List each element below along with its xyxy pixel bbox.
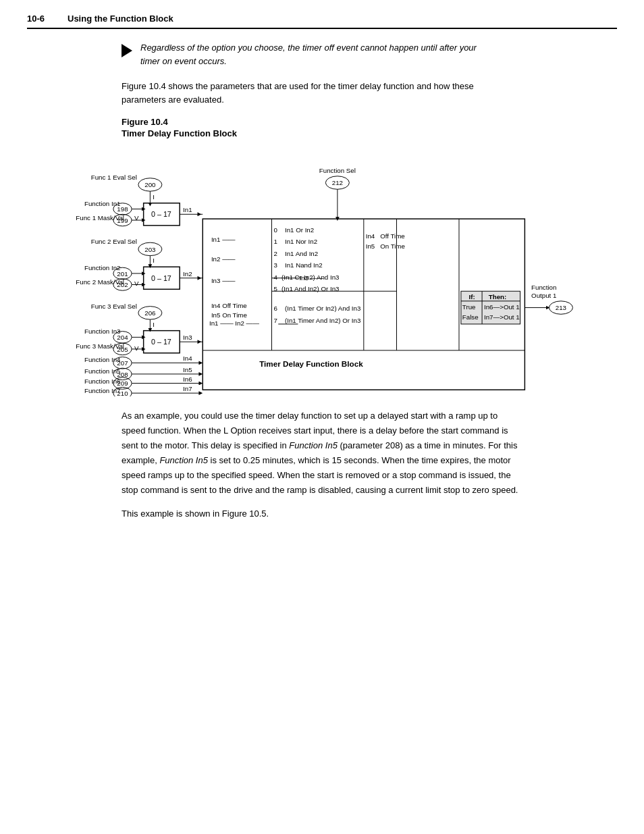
svg-text:If:: If:: [469, 293, 475, 301]
svg-text:5: 5: [273, 285, 277, 292]
svg-text:In4: In4: [183, 355, 192, 362]
page-number: 10-6: [27, 14, 68, 24]
svg-text:I: I: [153, 193, 155, 201]
svg-text:2: 2: [273, 250, 277, 257]
svg-text:Function In3: Function In3: [84, 328, 121, 336]
svg-text:In4  Off Time: In4 Off Time: [211, 302, 247, 309]
svg-text:Function In5: Function In5: [84, 367, 121, 375]
svg-text:212: 212: [332, 179, 343, 186]
svg-text:200: 200: [144, 181, 156, 188]
svg-text:(In1 And In2) Or In3: (In1 And In2) Or In3: [281, 285, 339, 292]
svg-text:3: 3: [273, 261, 277, 269]
svg-text:204: 204: [117, 334, 128, 341]
page-header: 10-6 Using the Function Block: [27, 14, 617, 29]
svg-text:Timer Delay Function Block: Timer Delay Function Block: [259, 359, 363, 368]
svg-text:203: 203: [144, 246, 155, 253]
page-title: Using the Function Block: [68, 14, 173, 24]
svg-text:Output 1: Output 1: [531, 292, 556, 299]
svg-text:209: 209: [117, 380, 128, 387]
svg-text:In2: In2: [183, 270, 192, 278]
svg-text:In5  On Time: In5 On Time: [211, 311, 247, 319]
body-text-section: As an example, you could use the timer d…: [122, 409, 520, 521]
svg-text:In7—>Out 1: In7—>Out 1: [484, 313, 520, 321]
svg-text:False: False: [462, 313, 479, 321]
svg-text:0 – 17: 0 – 17: [151, 274, 171, 282]
svg-text:In1 Or In2: In1 Or In2: [285, 226, 314, 234]
svg-text:202: 202: [117, 281, 128, 288]
svg-text:I: I: [153, 321, 155, 328]
svg-text:Func 1 Eval Sel: Func 1 Eval Sel: [91, 174, 137, 181]
note-box: Regardless of the option you choose, the…: [122, 41, 617, 68]
svg-text:213: 213: [556, 304, 566, 311]
svg-text:In1 Nand In2: In1 Nand In2: [285, 261, 323, 269]
svg-text:In2 ——: In2 ——: [211, 255, 236, 263]
svg-text:Then:: Then:: [489, 293, 506, 301]
svg-text:In5: In5: [366, 242, 375, 250]
svg-text:210: 210: [117, 390, 128, 396]
svg-text:Function In2: Function In2: [84, 264, 121, 271]
svg-text:In6—>Out 1: In6—>Out 1: [484, 303, 520, 311]
intro-text: Figure 10.4 shows the parameters that ar…: [122, 80, 500, 106]
svg-text:Function In6: Function In6: [84, 377, 121, 385]
svg-text:On Time: On Time: [380, 242, 405, 250]
svg-text:Func 3 Eval Sel: Func 3 Eval Sel: [91, 303, 137, 310]
arrow-icon: [122, 44, 132, 57]
svg-text:7: 7: [273, 317, 277, 324]
svg-text:Function Sel: Function Sel: [319, 167, 356, 174]
svg-text:In3: In3: [183, 334, 192, 341]
svg-text:V: V: [134, 344, 139, 352]
svg-text:201: 201: [117, 270, 128, 278]
diagram-svg: Func 1 Eval Sel 200 I Function In1 198 F…: [41, 147, 628, 396]
note-text: Regardless of the option you choose, the…: [140, 41, 491, 68]
svg-text:In1: In1: [183, 206, 192, 213]
svg-text:Function In7: Function In7: [84, 387, 121, 394]
svg-text:205: 205: [117, 346, 128, 353]
figure-label: Figure 10.4: [122, 117, 617, 127]
svg-text:207: 207: [117, 359, 128, 367]
svg-text:199: 199: [117, 217, 128, 224]
diagram-area: Func 1 Eval Sel 200 I Function In1 198 F…: [41, 147, 628, 396]
svg-text:In1 And In2: In1 And In2: [285, 250, 318, 257]
body-paragraph-1: As an example, you could use the timer d…: [122, 409, 520, 498]
svg-text:Func 2 Eval Sel: Func 2 Eval Sel: [91, 238, 137, 245]
svg-text:0 – 17: 0 – 17: [151, 338, 171, 346]
svg-text:4: 4: [273, 273, 277, 281]
svg-text:Function In4: Function In4: [84, 356, 121, 363]
svg-text:V: V: [134, 280, 139, 287]
svg-text:In5: In5: [183, 366, 192, 373]
svg-text:In1 ——  In2 ——: In1 —— In2 ——: [209, 319, 259, 327]
svg-text:In1 ——: In1 ——: [211, 236, 236, 243]
svg-text:Function: Function: [531, 284, 556, 291]
svg-text:Off Time: Off Time: [380, 232, 405, 240]
svg-text:206: 206: [144, 309, 155, 317]
svg-text:In7: In7: [183, 385, 192, 392]
svg-text:True: True: [462, 303, 476, 311]
svg-text:In1 Nor In2: In1 Nor In2: [285, 238, 317, 245]
svg-text:In6: In6: [183, 375, 192, 383]
body-paragraph-2: This example is shown in Figure 10.5.: [122, 506, 520, 521]
svg-text:In3 ——: In3 ——: [299, 274, 323, 282]
svg-text:(In1 Timer And In2) Or In3: (In1 Timer And In2) Or In3: [285, 317, 360, 324]
svg-text:198: 198: [117, 205, 128, 213]
svg-text:0: 0: [273, 226, 277, 234]
svg-text:Function In1: Function In1: [84, 200, 121, 207]
figure-sublabel: Timer Delay Function Block: [122, 128, 617, 138]
svg-text:6: 6: [273, 305, 277, 312]
svg-text:I: I: [153, 257, 155, 264]
svg-text:In3 ——: In3 ——: [211, 277, 236, 284]
svg-text:0 – 17: 0 – 17: [151, 210, 171, 218]
svg-text:1: 1: [273, 238, 277, 245]
svg-text:(In1 Timer Or In2) And In3: (In1 Timer Or In2) And In3: [285, 305, 360, 312]
svg-text:In4: In4: [366, 232, 375, 240]
